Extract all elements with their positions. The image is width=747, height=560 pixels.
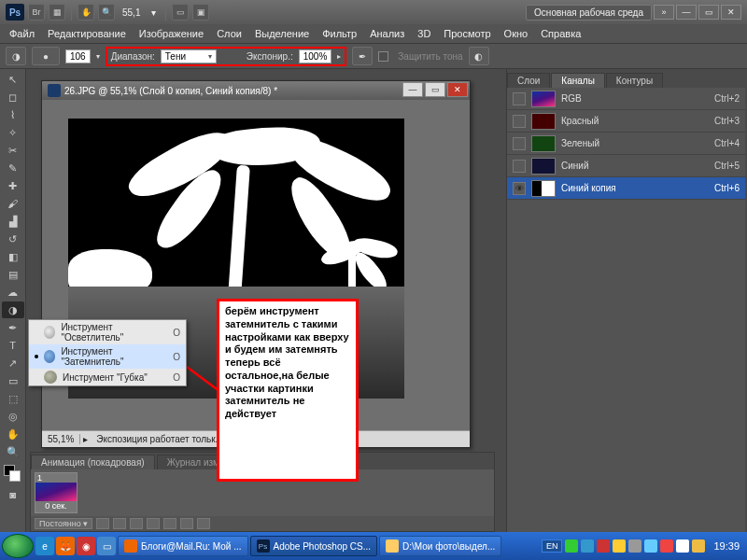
minimize-button[interactable]: — [676, 5, 697, 20]
channel-row[interactable]: СинийCtrl+5 [507, 155, 745, 177]
protect-tones-checkbox[interactable] [378, 51, 388, 62]
tray-icon[interactable] [660, 539, 673, 553]
menu-help[interactable]: Справка [535, 26, 586, 41]
brush-size-field[interactable]: 106 [65, 49, 91, 63]
taskbar-item[interactable]: Блоги@Mail.Ru: Мой ... [118, 536, 248, 556]
3d-camera-icon[interactable]: ◎ [2, 408, 24, 425]
exposure-field[interactable]: 100% [299, 49, 332, 63]
menu-layers[interactable]: Слои [211, 26, 247, 41]
menu-filter[interactable]: Фильтр [317, 26, 362, 41]
color-swatches[interactable] [2, 465, 24, 485]
doc-maximize-button[interactable]: ▭ [425, 82, 445, 97]
eyedropper-tool-icon[interactable]: ✎ [2, 160, 24, 176]
visibility-toggle[interactable]: 👁 [513, 182, 526, 195]
history-brush-icon[interactable]: ↺ [2, 231, 24, 247]
workspace-switcher[interactable]: Основная рабочая среда [526, 5, 652, 21]
play-button[interactable] [130, 518, 143, 529]
marquee-tool-icon[interactable]: ◻ [2, 89, 24, 105]
hand-tool-icon[interactable]: ✋ [2, 426, 24, 442]
delete-frame-button[interactable] [197, 518, 210, 529]
chevron-down-icon[interactable]: ▾ [96, 52, 100, 61]
range-select[interactable]: Тени▾ [161, 49, 217, 63]
language-indicator[interactable]: EN [542, 539, 563, 553]
tray-icon[interactable] [644, 539, 657, 553]
menu-analysis[interactable]: Анализ [364, 26, 410, 41]
pen-tool-icon[interactable]: ✒ [2, 319, 24, 336]
quicklaunch-desktop-icon[interactable]: ▭ [97, 537, 116, 555]
view-icon[interactable]: ▭ [172, 4, 189, 21]
flyout-item-dodge[interactable]: Инструмент "Осветлитель" O [29, 320, 186, 344]
menu-window[interactable]: Окно [499, 26, 534, 41]
frame-time[interactable]: 0 сек. [35, 501, 77, 512]
start-button[interactable] [2, 534, 34, 558]
quicklaunch-ie-icon[interactable]: e [35, 537, 54, 555]
zoom-field[interactable]: 55,1 [119, 7, 144, 18]
new-frame-button[interactable] [180, 518, 193, 529]
tray-icon[interactable] [581, 539, 594, 553]
visibility-toggle[interactable] [513, 160, 526, 173]
maximize-button[interactable]: ▭ [698, 5, 719, 20]
menu-view[interactable]: Просмотр [438, 26, 496, 41]
hand-icon[interactable]: ✋ [78, 4, 94, 21]
loop-selector[interactable]: Постоянно ▾ [35, 518, 92, 529]
brush-preview[interactable]: ● [32, 47, 60, 65]
tab-animation[interactable]: Анимация (покадровая) [31, 455, 155, 469]
crop-tool-icon[interactable]: ✂ [2, 142, 24, 159]
prev-frame-button[interactable] [113, 518, 126, 529]
3d-tool-icon[interactable]: ⬚ [2, 390, 24, 407]
zoom-icon[interactable]: 🔍 [98, 4, 115, 21]
tray-icon[interactable] [597, 539, 610, 553]
brush-tool-icon[interactable]: 🖌 [2, 195, 24, 212]
lasso-tool-icon[interactable]: ⌇ [2, 106, 24, 123]
eraser-tool-icon[interactable]: ◧ [2, 248, 24, 265]
tray-icon[interactable] [676, 539, 689, 553]
healing-tool-icon[interactable]: ✚ [2, 177, 24, 194]
visibility-toggle[interactable] [513, 137, 526, 150]
wand-tool-icon[interactable]: ✧ [2, 124, 24, 141]
burn-tool-icon[interactable]: ◑ [2, 301, 24, 318]
visibility-toggle[interactable] [513, 92, 526, 105]
taskbar-item[interactable]: PsAdobe Photoshop CS... [250, 536, 378, 556]
menu-image[interactable]: Изображение [134, 26, 209, 41]
tool-preset-icon[interactable]: ◑ [6, 47, 26, 65]
bridge-icon[interactable]: Br [28, 4, 45, 21]
tray-icon[interactable] [613, 539, 626, 553]
tween-button[interactable] [163, 518, 176, 529]
blur-tool-icon[interactable]: ☁ [2, 284, 24, 301]
menu-3d[interactable]: 3D [412, 26, 436, 41]
zoom-tool-icon[interactable]: 🔍 [2, 443, 24, 460]
chevron-down-icon[interactable]: ▾ [148, 7, 160, 18]
flyout-item-burn[interactable]: Инструмент "Затемнитель" O [29, 344, 186, 369]
type-tool-icon[interactable]: T [2, 337, 24, 354]
menu-file[interactable]: Файл [4, 26, 40, 41]
screen-icon[interactable]: ▣ [192, 4, 209, 21]
chevron-right-icon[interactable]: ▸ [80, 434, 91, 444]
tab-channels[interactable]: Каналы [551, 73, 605, 88]
menu-edit[interactable]: Редактирование [42, 26, 132, 41]
tablet-pressure-icon[interactable]: ◐ [469, 47, 489, 65]
flyout-item-sponge[interactable]: Инструмент "Губка" O [29, 369, 186, 385]
expand-icon[interactable]: » [654, 5, 674, 20]
layout-icon[interactable]: ▦ [49, 4, 65, 21]
menu-select[interactable]: Выделение [249, 26, 315, 41]
close-button[interactable]: ✕ [721, 5, 741, 20]
path-tool-icon[interactable]: ↗ [2, 355, 24, 371]
quickmask-icon[interactable]: ◙ [2, 486, 24, 503]
taskbar-clock[interactable]: 19:39 [708, 540, 745, 552]
gradient-tool-icon[interactable]: ▤ [2, 266, 24, 283]
tray-icon[interactable] [628, 539, 641, 553]
airbrush-icon[interactable]: ✒ [352, 47, 373, 65]
document-titlebar[interactable]: 26.JPG @ 55,1% (Слой 0 копия, Синий копи… [42, 81, 470, 100]
channel-row[interactable]: КрасныйCtrl+3 [507, 110, 745, 133]
chevron-right-icon[interactable]: ▸ [337, 52, 341, 61]
stamp-tool-icon[interactable]: ▟ [2, 213, 24, 230]
tray-icon[interactable] [565, 539, 578, 553]
next-frame-button[interactable] [147, 518, 160, 529]
taskbar-item[interactable]: D:\Мои фото\выдел... [379, 536, 501, 556]
doc-close-button[interactable]: ✕ [447, 82, 468, 97]
channel-row[interactable]: 👁Синий копияCtrl+6 [507, 177, 745, 200]
animation-frame[interactable]: 1 0 сек. [35, 472, 78, 513]
move-tool-icon[interactable]: ↖ [2, 71, 24, 88]
tab-paths[interactable]: Контуры [606, 73, 663, 88]
doc-minimize-button[interactable]: — [402, 82, 423, 97]
